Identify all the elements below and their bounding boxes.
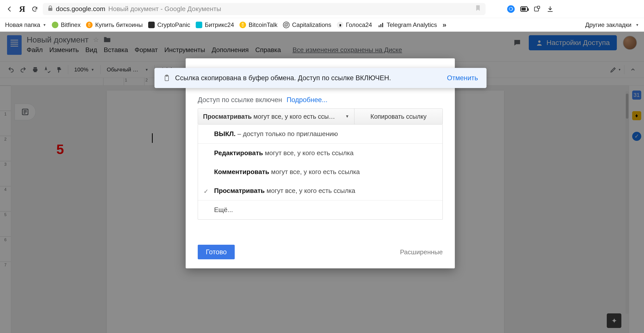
bookmark-label: Bitfinex <box>61 21 81 28</box>
docs-app: Новый документ ☆ Файл Изменить Вид Встав… <box>0 32 644 333</box>
bookmark-label: Capitalizations <box>292 21 331 28</box>
toast-message: Ссылка скопирована в буфер обмена. Досту… <box>175 74 391 82</box>
link-copied-toast: Ссылка скопирована в буфер обмена. Досту… <box>154 68 487 88</box>
learn-more-link[interactable]: Подробнее... <box>287 96 328 104</box>
bookmark-label: BitcoinTalk <box>249 21 277 28</box>
svg-rect-3 <box>379 25 380 27</box>
back-button[interactable] <box>5 5 14 14</box>
share-dialog: Доступ по ссылке включен Подробнее... Пр… <box>186 58 455 268</box>
permission-dropdown[interactable]: Просматривать могут все, у кого есть ссы… <box>198 109 354 124</box>
copy-link-button[interactable]: Копировать ссылку <box>354 109 442 124</box>
bookmark-item-cryptopanic[interactable]: CryptoPanic <box>148 21 190 28</box>
bookmark-item-golosa24[interactable]: ∎Голоса24 <box>337 21 372 28</box>
extensions-icon[interactable] <box>533 5 541 13</box>
option-off[interactable]: ВЫКЛ. – доступ только по приглашению <box>198 124 442 143</box>
permission-dropdown-label: Просматривать могут все, у кого есть ссы… <box>203 113 335 120</box>
svg-rect-4 <box>380 24 381 27</box>
address-page-title: Новый документ - Google Документы <box>108 5 221 13</box>
toast-undo-link[interactable]: Отменить <box>447 74 478 82</box>
browser-chrome-bar: Я docs.google.com Новый документ - Googl… <box>0 0 644 18</box>
address-bar[interactable]: docs.google.com Новый документ - Google … <box>43 3 486 15</box>
other-bookmarks[interactable]: Другие закладки▼ <box>585 21 639 28</box>
download-arrow-icon[interactable] <box>494 5 502 13</box>
svg-rect-0 <box>48 8 52 11</box>
battery-icon <box>520 5 528 13</box>
bookmarks-bar: Новая папка▼ Bitfinex ₿Купить биткоины C… <box>0 18 644 32</box>
bookmark-item-capitalizations[interactable]: @Capitalizations <box>283 21 331 28</box>
clipboard-icon <box>163 74 171 82</box>
bookmark-label: Telegram Analytics <box>387 21 437 28</box>
option-edit[interactable]: Редактировать могут все, у кого есть ссы… <box>198 143 442 162</box>
bookmark-label: CryptoPanic <box>157 21 190 28</box>
copy-link-label: Копировать ссылку <box>371 113 427 120</box>
bookmark-item-bitfinex[interactable]: Bitfinex <box>52 21 81 28</box>
option-view-selected[interactable]: ✓ Просматривать могут все, у кого есть с… <box>198 181 442 200</box>
downloads-icon[interactable] <box>546 5 554 13</box>
permission-row: Просматривать могут все, у кого есть ссы… <box>198 108 443 124</box>
lock-icon <box>48 5 53 13</box>
bookmark-folder-label: Новая папка <box>5 21 40 28</box>
done-button[interactable]: Готово <box>198 245 235 259</box>
other-bookmarks-label: Другие закладки <box>585 21 631 28</box>
link-sharing-status-label: Доступ по ссылке включен <box>198 96 282 104</box>
extension-badge-icon[interactable]: ❍ <box>507 5 515 13</box>
bookmarks-overflow[interactable]: » <box>442 21 447 29</box>
bookmark-icon[interactable] <box>475 5 480 13</box>
bookmark-label: Купить биткоины <box>95 21 143 28</box>
address-domain: docs.google.com <box>56 5 105 13</box>
option-comment[interactable]: Комментировать могут все, у кого есть сс… <box>198 162 442 181</box>
bookmark-item-bitrix24[interactable]: Битрикс24 <box>196 21 234 28</box>
option-more[interactable]: Ещё... <box>198 200 442 219</box>
reload-button[interactable] <box>30 5 39 14</box>
permission-options-list: ВЫКЛ. – доступ только по приглашению Ред… <box>198 124 443 220</box>
done-button-label: Готово <box>206 248 227 256</box>
bookmark-item-bitcointalk[interactable]: ₿BitcoinTalk <box>239 21 277 28</box>
bookmark-item-buy-bitcoin[interactable]: ₿Купить биткоины <box>86 21 143 28</box>
bookmark-label: Голоса24 <box>346 21 372 28</box>
bookmark-label: Битрикс24 <box>205 21 234 28</box>
check-icon: ✓ <box>204 188 209 195</box>
bookmark-folder[interactable]: Новая папка▼ <box>5 21 46 28</box>
svg-rect-5 <box>382 23 383 27</box>
bookmark-item-telegram-analytics[interactable]: Telegram Analytics <box>378 21 437 28</box>
browser-right-icons: ❍ <box>494 5 554 13</box>
svg-rect-2 <box>537 6 540 8</box>
yandex-home-button[interactable]: Я <box>18 5 27 14</box>
advanced-link[interactable]: Расширенные <box>400 248 443 256</box>
